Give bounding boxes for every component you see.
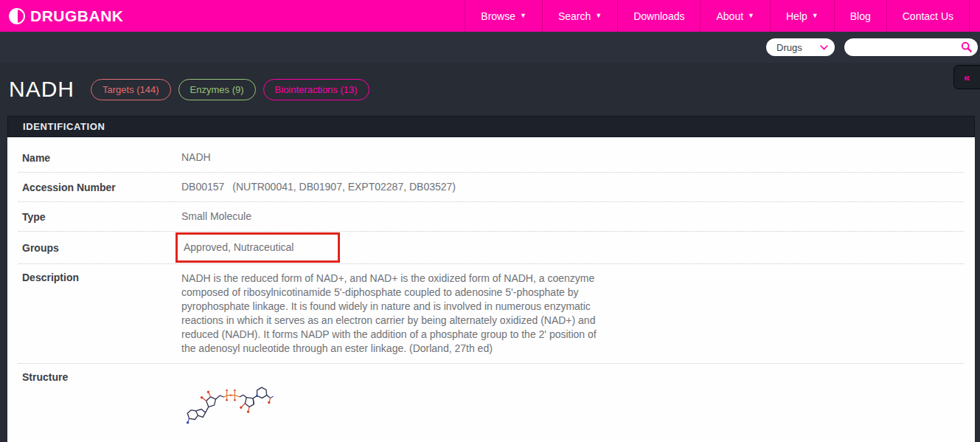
search-icon[interactable] — [961, 41, 972, 52]
search-bar-strip: Drugs — [0, 32, 980, 63]
table-row-structure: Structure — [18, 364, 964, 432]
drugbank-logo-text: DRUGBANK — [30, 7, 124, 25]
drug-header: NADH Targets (144) Enzymes (9) Biointera… — [0, 63, 980, 116]
caret-down-icon: ▼ — [520, 13, 527, 19]
row-value: NADH — [181, 151, 211, 165]
row-label: Type — [18, 211, 181, 223]
row-value: Approved, Nutraceutical — [181, 232, 340, 263]
nav-item-about[interactable]: About ▼ — [700, 0, 770, 32]
search-category-select[interactable]: Drugs — [766, 38, 835, 56]
table-row-accession-number: Accession Number DB00157 (NUTR00041, DB0… — [18, 173, 964, 202]
nav-item-label: Downloads — [633, 10, 684, 22]
accession-others: (NUTR00041, DB01907, EXPT02287, DB03527) — [232, 181, 456, 193]
accession-primary: DB00157 — [181, 181, 224, 193]
identification-card: Name NADH Accession Number DB00157 (NUTR… — [7, 137, 975, 442]
row-value — [181, 371, 275, 424]
search-category-selected: Drugs — [776, 42, 802, 53]
badge-enzymes[interactable]: Enzymes (9) — [178, 79, 256, 100]
row-label: Structure — [18, 371, 181, 383]
table-row-description: Description NADH is the reduced form of … — [18, 264, 964, 364]
groups-value: Approved, Nutraceutical — [184, 241, 293, 253]
double-chevron-left-icon: « — [964, 71, 970, 83]
nav-item-label: Browse — [481, 10, 515, 22]
nav-item-contact-us[interactable]: Contact Us — [886, 0, 970, 32]
table-row-groups: Groups Approved, Nutraceutical — [18, 232, 964, 264]
chevron-down-icon — [820, 45, 828, 50]
molecule-structure-image[interactable] — [181, 381, 275, 424]
nav-item-label: Blog — [850, 10, 871, 22]
search-box — [844, 38, 978, 56]
top-navbar: DRUGBANK Browse ▼ Search ▼ Downloads Abo… — [0, 0, 980, 32]
caret-down-icon: ▼ — [812, 13, 819, 19]
summary-badges: Targets (144) Enzymes (9) Biointeraction… — [91, 79, 369, 100]
row-label: Description — [18, 272, 181, 283]
nav-item-browse[interactable]: Browse ▼ — [465, 0, 542, 32]
collapse-panel-button[interactable]: « — [953, 65, 980, 89]
nav-item-label: About — [716, 10, 743, 22]
row-value: Small Molecule — [181, 210, 251, 224]
nav-item-label: Search — [558, 10, 591, 22]
nav-item-label: Contact Us — [903, 10, 953, 22]
row-label: Accession Number — [18, 182, 181, 193]
table-row-type: Type Small Molecule — [18, 202, 964, 232]
nav-item-blog[interactable]: Blog — [834, 0, 886, 32]
identification-section-header: IDENTIFICATION — [7, 116, 975, 137]
row-label: Name — [18, 152, 181, 164]
description-text: NADH is the reduced form of NAD+, and NA… — [181, 272, 603, 356]
badge-targets[interactable]: Targets (144) — [91, 79, 171, 100]
row-value: DB00157 (NUTR00041, DB01907, EXPT02287, … — [181, 180, 456, 194]
main-nav: Browse ▼ Search ▼ Downloads About ▼ Help… — [465, 0, 970, 32]
caret-down-icon: ▼ — [748, 13, 754, 19]
nav-item-label: Help — [786, 10, 807, 22]
drugbank-logo-icon — [9, 8, 25, 24]
nav-item-downloads[interactable]: Downloads — [617, 0, 700, 32]
search-input[interactable] — [853, 40, 964, 55]
nav-item-help[interactable]: Help ▼ — [770, 0, 834, 32]
drugbank-logo[interactable]: DRUGBANK — [9, 0, 124, 32]
badge-biointeractions[interactable]: Biointeractions (13) — [263, 79, 369, 100]
nav-item-search[interactable]: Search ▼ — [542, 0, 617, 32]
red-annotation-box: Approved, Nutraceutical — [176, 232, 340, 263]
row-label: Groups — [18, 242, 181, 254]
caret-down-icon: ▼ — [595, 13, 602, 19]
table-row-name: Name NADH — [18, 137, 964, 173]
section-title: IDENTIFICATION — [23, 121, 105, 132]
page-title: NADH — [9, 77, 74, 102]
